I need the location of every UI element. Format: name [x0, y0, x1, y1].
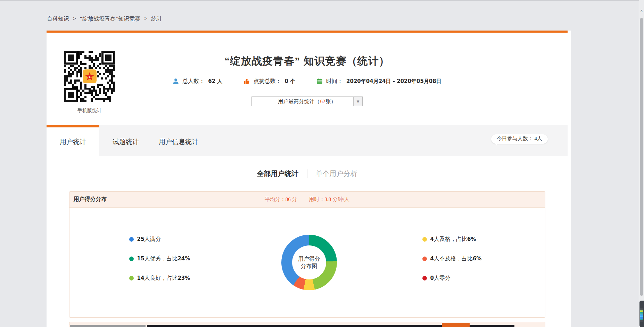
breadcrumb-item-stats: 统计 — [151, 16, 162, 22]
badge-value: 4人 — [535, 136, 543, 141]
svg-text:S: S — [89, 75, 91, 78]
scrollbar-thumb[interactable] — [640, 18, 643, 296]
legend-count: 0 — [430, 275, 434, 281]
breadcrumb: 百科知识 > “绽放战疫青春”知识竞赛 > 统计 — [47, 15, 162, 23]
legend-text: 人及格，占比 — [434, 236, 467, 243]
dropdown-text: 用户最高分统计（ — [278, 98, 320, 105]
scroll-up-arrow-icon[interactable]: ∧ — [639, 8, 644, 13]
legend-item-excellent: 15 人优秀，占比 24% — [129, 255, 190, 262]
qr-finder-icon — [64, 51, 78, 65]
legend-dot-icon — [422, 237, 427, 242]
stat-value: 2020年04月24日 - 2020年05月08日 — [346, 78, 441, 85]
time-used-label: 用时： — [309, 196, 325, 202]
stat-label: 总人数： — [182, 78, 205, 85]
partial-bar-gray — [70, 325, 146, 327]
stat-label: 时间： — [326, 78, 343, 85]
donut-center-line1: 用户得分 — [298, 255, 320, 262]
score-card-header: 用户得分分布 平均分：86 分用时：3.8 分钟/人 — [69, 192, 545, 208]
legend-count: 15 — [137, 255, 145, 262]
qr-code: S — [62, 49, 117, 104]
page-panel: S 手机版统计 “绽放战疫青春” 知识竞赛（统计） 总人数： 62 人 — [47, 31, 571, 327]
legend-dot-icon — [129, 257, 134, 261]
legend-pct: 24% — [177, 255, 190, 262]
score-card-body: 25 人满分 15 人优秀，占比 24% 14 — [69, 208, 545, 317]
legend-pct: 6% — [467, 236, 476, 242]
calendar-icon — [316, 78, 323, 84]
score-donut-chart: 用户得分 分布图 — [281, 235, 337, 290]
breadcrumb-separator: > — [144, 16, 147, 22]
tab-question-stats[interactable]: 试题统计 — [99, 125, 152, 156]
legend-item-full-score: 25 人满分 — [129, 235, 190, 243]
breadcrumb-item-home[interactable]: 百科知识 — [47, 16, 69, 22]
browser-viewport: 百科知识 > “绽放战疫青春”知识竞赛 > 统计 S 手机 — [0, 0, 644, 327]
legend-item-pass: 4 人及格，占比 6% — [422, 235, 482, 243]
stat-likes: 点赞总数： 0 个 — [233, 78, 306, 85]
tab-label: 用户信息统计 — [159, 137, 198, 146]
avg-score-label: 平均分： — [265, 196, 286, 202]
score-sheet-dropdown[interactable]: 用户最高分统计（ 62 张） ▼ — [251, 97, 363, 106]
legend-count: 14 — [137, 275, 145, 281]
tab-user-info-stats[interactable]: 用户信息统计 — [152, 125, 205, 156]
star-logo-icon: S — [83, 69, 97, 83]
avg-score-unit: 分 — [291, 196, 297, 202]
chevron-down-icon[interactable]: ▼ — [353, 97, 362, 106]
legend-count: 4 — [430, 255, 434, 262]
time-used-unit: 分钟/人 — [331, 196, 349, 202]
person-icon — [173, 78, 179, 84]
tab-user-stats[interactable]: 用户统计 — [47, 125, 99, 156]
top-hairline — [0, 0, 644, 1]
qr-caption: 手机版统计 — [62, 108, 117, 114]
legend-dot-icon — [422, 257, 427, 261]
scrollbar-track[interactable]: ∧ — [639, 0, 644, 327]
dropdown-count: 62 — [320, 99, 325, 104]
partial-bar-orange — [442, 323, 470, 327]
legend-dot-icon — [422, 276, 427, 280]
legend-text: 人满分 — [144, 236, 161, 243]
legend-dot-icon — [129, 276, 134, 280]
stats-row: 总人数： 62 人 点赞总数： 0 个 — [47, 76, 568, 86]
legend-text: 人不及格，占比 — [434, 255, 473, 262]
legend-count: 25 — [137, 236, 145, 242]
divider — [307, 169, 307, 178]
breadcrumb-item-quiz[interactable]: “绽放战疫青春”知识竞赛 — [80, 16, 140, 22]
score-card-metrics: 平均分：86 分用时：3.8 分钟/人 — [69, 196, 545, 203]
legend-right-column: 4 人及格，占比 6% 4 人不及格，占比 6% 0 — [422, 235, 482, 282]
page-title: “绽放战疫青春” 知识竞赛（统计） — [47, 33, 568, 69]
tab-label: 用户统计 — [60, 137, 86, 146]
legend-item-good: 14 人良好，占比 23% — [129, 274, 190, 282]
minimap-stripes — [640, 308, 643, 322]
legend-text: 人良好，占比 — [144, 275, 177, 282]
legend-pct: 6% — [473, 255, 481, 262]
qr-finder-icon — [64, 88, 78, 102]
stat-total-users: 总人数： 62 人 — [162, 78, 233, 85]
legend-item-fail: 4 人不及格，占比 6% — [422, 255, 482, 262]
score-distribution-card: 用户得分分布 平均分：86 分用时：3.8 分钟/人 25 人满分 — [69, 191, 545, 318]
today-participants-badge: 今日参与人数： 4人 — [491, 134, 548, 144]
legend-left-column: 25 人满分 15 人优秀，占比 24% 14 — [129, 235, 190, 282]
stat-label: 点赞总数： — [253, 78, 281, 85]
qr-finder-icon — [101, 51, 115, 65]
tab-label: 试题统计 — [113, 137, 139, 146]
thumbs-up-icon — [243, 78, 250, 84]
donut-center-label: 用户得分 分布图 — [292, 245, 326, 279]
stat-dates: 时间： 2020年04月24日 - 2020年05月08日 — [306, 78, 452, 85]
time-used-value: 3.8 — [325, 196, 331, 202]
legend-count: 4 — [430, 236, 434, 242]
stat-value: 62 人 — [208, 78, 222, 85]
badge-label: 今日参与人数： — [497, 136, 533, 141]
donut-center-line2: 分布图 — [301, 262, 317, 270]
breadcrumb-separator: > — [73, 16, 76, 22]
tab-bar: 用户统计 试题统计 用户信息统计 今日参与人数： 4人 — [47, 125, 568, 156]
subtab-single-user[interactable]: 单个用户分析 — [316, 169, 357, 178]
legend-dot-icon — [129, 237, 134, 242]
minimap-widget — [639, 301, 644, 327]
stat-value: 0 个 — [284, 78, 295, 85]
qr-block: S 手机版统计 — [62, 49, 117, 114]
avg-score-value: 86 — [286, 196, 291, 202]
legend-pct: 23% — [177, 275, 190, 281]
legend-text: 人零分 — [434, 275, 451, 282]
legend-text: 人优秀，占比 — [144, 255, 177, 262]
subtab-all-users[interactable]: 全部用户统计 — [257, 169, 299, 178]
header-section: S 手机版统计 “绽放战疫青春” 知识竞赛（统计） 总人数： 62 人 — [47, 33, 568, 125]
dropdown-text: 张） — [326, 98, 336, 105]
